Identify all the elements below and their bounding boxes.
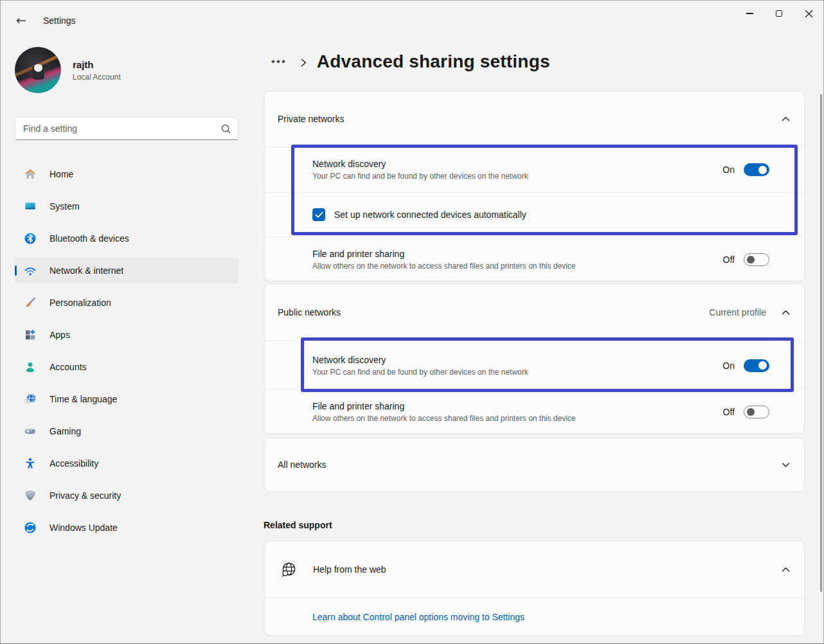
sidebar: rajth Local Account Home	[1, 39, 258, 644]
sidebar-item-label: Windows Update	[49, 523, 118, 533]
control-panel-link[interactable]: Learn about Control panel options moving…	[312, 612, 524, 622]
public-networks-title: Public networks	[278, 307, 341, 318]
close-icon	[805, 10, 813, 18]
sidebar-item-label: Network & internet	[49, 265, 123, 276]
setting-title: Network discovery	[312, 159, 528, 169]
globe-clock-icon	[24, 393, 37, 406]
checkmark-icon	[315, 211, 323, 219]
toggle-knob	[747, 256, 755, 264]
all-networks-card: All networks	[264, 438, 805, 492]
all-networks-title: All networks	[278, 460, 326, 470]
help-from-web-title: Help from the web	[313, 564, 386, 575]
shield-icon	[24, 489, 37, 502]
setting-description: Your PC can find and be found by other d…	[312, 368, 528, 377]
public-networks-card: Public networks Current profile Network …	[264, 283, 805, 434]
sidebar-item-label: Bluetooth & devices	[49, 233, 129, 244]
public-network-discovery-toggle[interactable]: On	[722, 359, 769, 372]
help-card: Help from the web Learn about Control pa…	[264, 541, 805, 636]
chevron-right-icon	[300, 58, 308, 67]
sidebar-nav: Home System Bluetooth & de	[15, 161, 238, 541]
sidebar-item-windows-update[interactable]: Windows Update	[15, 515, 238, 541]
setup-devices-row: Set up network connected devices automat…	[265, 192, 804, 237]
toggle-knob	[747, 408, 755, 416]
accessibility-icon	[24, 457, 37, 470]
private-network-discovery-toggle[interactable]: On	[722, 163, 769, 176]
sidebar-item-gaming[interactable]: Gaming	[15, 418, 238, 444]
breadcrumb-ellipsis-button[interactable]: •••	[267, 53, 291, 71]
public-file-printer-row: File and printer sharing Allow others on…	[265, 389, 804, 433]
sidebar-item-label: Apps	[49, 330, 70, 340]
sidebar-item-label: Gaming	[49, 426, 81, 436]
private-network-discovery-row: Network discovery Your PC can find and b…	[265, 147, 804, 192]
private-file-printer-toggle[interactable]: Off	[723, 253, 769, 266]
public-network-discovery-row: Network discovery Your PC can find and b…	[265, 341, 804, 389]
gamepad-icon	[24, 425, 37, 438]
private-networks-title: Private networks	[278, 114, 344, 124]
sidebar-item-time-language[interactable]: Time & language	[15, 386, 238, 412]
toggle-state-label: On	[722, 165, 735, 175]
sidebar-item-label: Privacy & security	[49, 490, 121, 501]
toggle-knob	[758, 166, 767, 174]
apps-icon	[24, 328, 37, 341]
sidebar-item-privacy-security[interactable]: Privacy & security	[15, 483, 238, 508]
toggle-state-label: Off	[723, 407, 735, 417]
search-box	[15, 117, 238, 140]
search-icon	[220, 123, 231, 134]
toggle-off	[744, 406, 769, 418]
person-icon	[24, 361, 37, 373]
toggle-on	[744, 163, 769, 176]
profile-card[interactable]: rajth Local Account	[15, 47, 121, 93]
current-profile-label: Current profile	[709, 307, 766, 318]
sidebar-item-accounts[interactable]: Accounts	[15, 354, 238, 380]
back-button[interactable]: ←	[11, 10, 31, 30]
wifi-icon	[24, 264, 37, 277]
sidebar-item-home[interactable]: Home	[15, 161, 238, 187]
globe-search-icon	[280, 561, 298, 578]
bluetooth-icon	[24, 232, 37, 245]
toggle-state-label: Off	[723, 255, 735, 265]
toggle-off	[744, 253, 769, 266]
sidebar-item-accessibility[interactable]: Accessibility	[15, 451, 238, 476]
setting-description: Allow others on the network to access sh…	[312, 414, 576, 423]
sidebar-item-system[interactable]: System	[15, 193, 238, 219]
sidebar-item-label: Home	[49, 169, 73, 179]
profile-name: rajth	[73, 59, 121, 70]
private-file-printer-row: File and printer sharing Allow others on…	[265, 237, 804, 282]
all-networks-header[interactable]: All networks	[265, 438, 804, 491]
toggle-state-label: On	[722, 361, 735, 371]
public-networks-header[interactable]: Public networks Current profile	[265, 284, 804, 341]
sidebar-item-label: Personalization	[49, 298, 111, 308]
sidebar-item-label: Time & language	[49, 394, 117, 404]
chevron-up-icon	[782, 566, 790, 573]
profile-account-type: Local Account	[73, 73, 121, 82]
sidebar-item-network-internet[interactable]: Network & internet	[15, 258, 238, 283]
setting-title: File and printer sharing	[312, 249, 576, 259]
help-from-web-header[interactable]: Help from the web	[265, 541, 804, 598]
toggle-on	[744, 359, 769, 372]
page-title: Advanced sharing settings	[317, 51, 550, 72]
setup-devices-label[interactable]: Set up network connected devices automat…	[334, 210, 526, 220]
breadcrumb: ••• Advanced sharing settings	[267, 48, 550, 75]
sidebar-item-bluetooth-devices[interactable]: Bluetooth & devices	[15, 226, 238, 251]
setting-description: Allow others on the network to access sh…	[312, 262, 576, 271]
settings-window: ← Settings rajth Local Account	[0, 0, 824, 644]
app-title: Settings	[43, 15, 76, 26]
private-networks-card: Private networks Network discovery Your …	[264, 91, 805, 282]
chevron-up-icon	[782, 309, 790, 316]
sidebar-item-apps[interactable]: Apps	[15, 322, 238, 348]
search-input[interactable]	[23, 123, 220, 134]
sidebar-item-label: System	[49, 201, 80, 211]
paintbrush-icon	[24, 296, 37, 309]
avatar	[15, 47, 61, 93]
chevron-down-icon	[782, 461, 790, 469]
sidebar-item-label: Accounts	[49, 362, 87, 372]
vertical-scrollbar[interactable]	[820, 94, 822, 592]
chevron-up-icon	[782, 116, 790, 123]
sidebar-item-personalization[interactable]: Personalization	[15, 290, 238, 316]
setting-title: File and printer sharing	[312, 401, 576, 411]
system-icon	[24, 200, 37, 213]
private-networks-header[interactable]: Private networks	[265, 91, 804, 147]
public-file-printer-toggle[interactable]: Off	[723, 406, 769, 418]
setup-devices-checkbox[interactable]	[312, 208, 325, 221]
main-content: ••• Advanced sharing settings Private ne…	[264, 1, 805, 644]
